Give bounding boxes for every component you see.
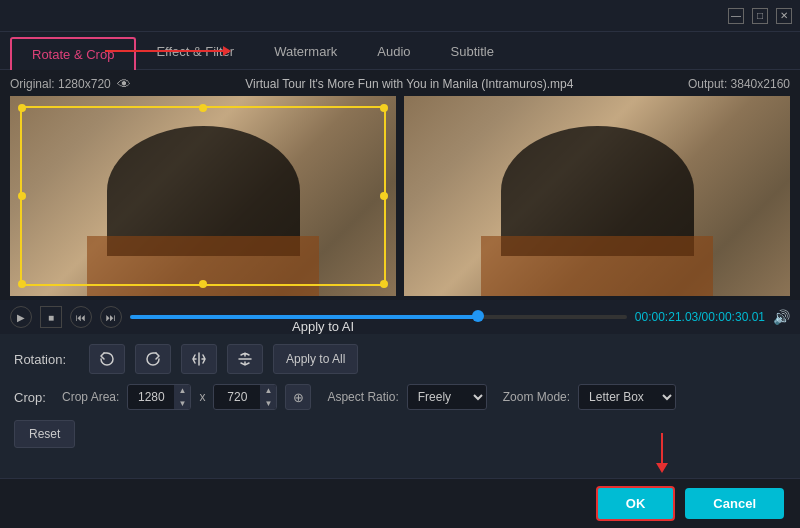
- volume-icon[interactable]: 🔊: [773, 309, 790, 325]
- crop-height-input-group: ▲ ▼: [213, 384, 277, 410]
- preview-panels: [10, 96, 790, 296]
- reset-row: Reset: [14, 420, 786, 448]
- arrow-line: [661, 433, 663, 463]
- stop-button[interactable]: ■: [40, 306, 62, 328]
- crop-label: Crop:: [14, 390, 54, 405]
- output-preview: [404, 96, 790, 296]
- cancel-button[interactable]: Cancel: [685, 488, 784, 519]
- crop-width-input[interactable]: [128, 390, 174, 404]
- crop-height-input[interactable]: [214, 390, 260, 404]
- timeline: ▶ ■ ⏮ ⏭ 00:00:21.03/00:00:30.01 🔊: [0, 300, 800, 334]
- dimension-separator: x: [199, 390, 205, 404]
- down-arrow-annotation: [656, 433, 668, 473]
- play-button[interactable]: ▶: [10, 306, 32, 328]
- flip-vertical-button[interactable]: [227, 344, 263, 374]
- file-title: Virtual Tour It's More Fun with You in M…: [131, 77, 688, 91]
- annotation-arrow: [105, 50, 225, 52]
- tab-bar: Rotate & Crop Effect & Filter Watermark …: [0, 32, 800, 70]
- controls-area: Rotation: Apply to All Crop:: [0, 334, 800, 458]
- current-time: 00:00:21.03: [635, 310, 698, 324]
- progress-bar[interactable]: [130, 315, 627, 319]
- crop-height-up[interactable]: ▲: [260, 384, 276, 397]
- crop-height-spinners: ▲ ▼: [260, 384, 276, 410]
- maximize-button[interactable]: □: [752, 8, 768, 24]
- close-button[interactable]: ✕: [776, 8, 792, 24]
- rotate-cw-button[interactable]: [135, 344, 171, 374]
- flip-horizontal-button[interactable]: [181, 344, 217, 374]
- zoom-mode-label: Zoom Mode:: [503, 390, 570, 404]
- rotate-ccw-button[interactable]: [89, 344, 125, 374]
- tab-effect-filter[interactable]: Effect & Filter: [136, 36, 254, 69]
- original-preview: [10, 96, 396, 296]
- aspect-ratio-label: Aspect Ratio:: [327, 390, 398, 404]
- progress-thumb[interactable]: [472, 310, 484, 322]
- crop-area-label: Crop Area:: [62, 390, 119, 404]
- crop-width-spinners: ▲ ▼: [174, 384, 190, 410]
- aspect-ratio-select[interactable]: Freely 16:9 4:3 1:1: [407, 384, 487, 410]
- window-controls: — □ ✕: [728, 8, 792, 24]
- original-resolution: Original: 1280x720: [10, 77, 111, 91]
- eye-icon[interactable]: 👁: [117, 76, 131, 92]
- rotation-row: Rotation: Apply to All: [14, 344, 786, 374]
- crop-width-input-group: ▲ ▼: [127, 384, 191, 410]
- crop-move-button[interactable]: ⊕: [285, 384, 311, 410]
- apply-all-button[interactable]: Apply to All: [273, 344, 358, 374]
- ok-button[interactable]: OK: [596, 486, 676, 521]
- crop-row: Crop: Crop Area: ▲ ▼ x ▲ ▼ ⊕ Aspect Rati…: [14, 384, 786, 410]
- reset-button[interactable]: Reset: [14, 420, 75, 448]
- next-frame-button[interactable]: ⏭: [100, 306, 122, 328]
- minimize-button[interactable]: —: [728, 8, 744, 24]
- preview-meta: Original: 1280x720 👁 Virtual Tour It's M…: [10, 76, 790, 92]
- crop-width-down[interactable]: ▼: [174, 397, 190, 410]
- bottom-action-bar: OK Cancel: [0, 478, 800, 528]
- title-bar: — □ ✕: [0, 0, 800, 32]
- output-image: [404, 96, 790, 296]
- progress-fill: [130, 315, 478, 319]
- tab-audio[interactable]: Audio: [357, 36, 430, 69]
- rotation-label: Rotation:: [14, 352, 79, 367]
- original-info: Original: 1280x720 👁: [10, 76, 131, 92]
- output-resolution: Output: 3840x2160: [688, 77, 790, 91]
- tab-rotate-crop[interactable]: Rotate & Crop: [10, 37, 136, 70]
- original-image: [10, 96, 396, 296]
- total-time: 00:00:30.01: [702, 310, 765, 324]
- zoom-mode-select[interactable]: Letter Box Pan & Scan Full: [578, 384, 676, 410]
- tab-watermark[interactable]: Watermark: [254, 36, 357, 69]
- time-display: 00:00:21.03/00:00:30.01: [635, 310, 765, 324]
- crop-width-up[interactable]: ▲: [174, 384, 190, 397]
- prev-frame-button[interactable]: ⏮: [70, 306, 92, 328]
- arrow-head: [656, 463, 668, 473]
- tab-subtitle[interactable]: Subtitle: [431, 36, 514, 69]
- crop-height-down[interactable]: ▼: [260, 397, 276, 410]
- preview-area: Original: 1280x720 👁 Virtual Tour It's M…: [0, 70, 800, 300]
